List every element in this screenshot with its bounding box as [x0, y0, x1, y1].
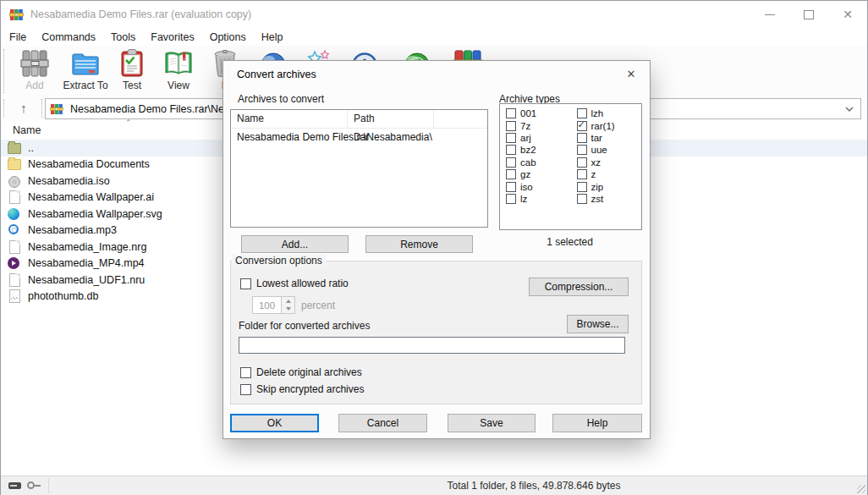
folder-input[interactable]	[239, 337, 625, 354]
type-item-lz[interactable]: lz	[500, 193, 571, 205]
menu-options[interactable]: Options	[202, 30, 254, 45]
checkbox[interactable]	[577, 108, 587, 118]
view-button[interactable]: View	[155, 48, 202, 94]
checkbox[interactable]	[506, 121, 516, 131]
add-button[interactable]: Add	[11, 48, 58, 94]
menu-commands[interactable]: Commands	[34, 30, 103, 45]
archive-row[interactable]: Nesabamedia Demo Files.rar D:\Nesabamedi…	[231, 129, 487, 145]
dialog-close-icon[interactable]: ✕	[614, 62, 648, 85]
type-item-zip[interactable]: zip	[571, 180, 642, 192]
add-button-label: Add	[25, 80, 43, 91]
drive-icon[interactable]	[8, 482, 21, 489]
spinner-buttons[interactable]	[282, 296, 295, 314]
toolbar-gripper	[3, 49, 4, 93]
archive-types-list[interactable]: 001 7z arj bz2 cab gz iso lz lzh rar(1) …	[499, 103, 642, 230]
checkbox[interactable]	[240, 367, 251, 378]
address-path: Nesabamedia Demo Files.rar\Nesa	[70, 103, 235, 115]
extract-folder-icon	[70, 48, 101, 79]
maximize-button[interactable]	[789, 1, 828, 28]
ratio-value[interactable]: 100	[252, 296, 282, 314]
save-button[interactable]: Save	[448, 414, 536, 432]
compression-button[interactable]: Compression...	[529, 278, 629, 296]
type-item-uue[interactable]: uue	[571, 144, 642, 156]
checkbox[interactable]	[506, 157, 516, 168]
type-item-zst[interactable]: zst	[571, 193, 642, 205]
test-button-label: Test	[123, 80, 141, 91]
type-item-lzh[interactable]: lzh	[571, 107, 642, 119]
checkbox[interactable]	[577, 194, 587, 204]
menu-bar: File Commands Tools Favorites Options He…	[1, 28, 867, 46]
database-icon	[8, 289, 22, 303]
lowest-ratio-checkbox[interactable]: Lowest allowed ratio	[240, 278, 349, 289]
menu-favorites[interactable]: Favorites	[143, 30, 201, 45]
winrar-books-icon	[9, 8, 24, 21]
resize-grip[interactable]	[857, 485, 865, 493]
archives-col-name[interactable]: Name	[231, 110, 348, 128]
checkbox[interactable]	[506, 182, 516, 192]
ok-button[interactable]: OK	[230, 414, 319, 432]
help-button[interactable]: Help	[552, 414, 642, 432]
dialog-remove-button[interactable]: Remove	[365, 235, 473, 253]
dialog-add-button[interactable]: Add...	[241, 235, 349, 253]
type-item-gz[interactable]: gz	[500, 168, 571, 180]
type-item-tar[interactable]: tar	[571, 132, 642, 144]
folder-for-converted-label: Folder for converted archives	[239, 320, 370, 332]
checkbox[interactable]	[577, 157, 587, 168]
checkbox[interactable]	[577, 169, 587, 179]
skip-encrypted-checkbox[interactable]: Skip encrypted archives	[240, 383, 364, 395]
file-icon	[8, 190, 22, 204]
extract-to-button[interactable]: Extract To	[58, 48, 113, 94]
checkbox[interactable]	[240, 278, 251, 289]
type-item-rar[interactable]: rar(1)	[571, 119, 642, 131]
checkbox[interactable]	[577, 145, 587, 155]
chevron-down-icon[interactable]	[843, 103, 855, 115]
status-separator	[48, 478, 49, 493]
up-one-level-button[interactable]: ↑	[9, 97, 38, 118]
checkbox[interactable]	[506, 194, 516, 204]
type-item-z[interactable]: z	[571, 168, 642, 180]
test-clipboard-icon	[117, 48, 147, 79]
checkbox[interactable]	[577, 121, 587, 131]
checkbox[interactable]	[506, 108, 516, 118]
file-icon	[8, 273, 22, 287]
archives-list[interactable]: Name Path Nesabamedia Demo Files.rar D:\…	[230, 109, 488, 228]
type-item-cab[interactable]: cab	[500, 157, 571, 168]
menu-file[interactable]: File	[1, 30, 34, 45]
key-icon[interactable]	[27, 481, 35, 489]
type-item-001[interactable]: 001	[500, 107, 571, 119]
view-button-label: View	[168, 80, 190, 91]
checkbox[interactable]	[506, 169, 516, 179]
type-item-arj[interactable]: arj	[500, 132, 571, 144]
spinner-up-icon[interactable]	[282, 297, 294, 305]
menu-help[interactable]: Help	[254, 30, 291, 45]
type-item-bz2[interactable]: bz2	[500, 144, 571, 156]
column-header-name[interactable]: Name	[13, 124, 41, 136]
menu-tools[interactable]: Tools	[103, 30, 143, 45]
status-bar: Total 1 folder, 8 files, 49.878.646 byte…	[1, 476, 867, 495]
checkbox[interactable]	[577, 182, 587, 192]
close-button[interactable]: ✕	[828, 1, 867, 28]
cancel-button[interactable]: Cancel	[338, 414, 427, 432]
browser-icon	[8, 207, 22, 221]
archives-col-path[interactable]: Path	[348, 110, 434, 128]
status-total: Total 1 folder, 8 files, 49.878.646 byte…	[219, 480, 849, 492]
checkbox[interactable]	[506, 133, 516, 143]
type-item-xz[interactable]: xz	[571, 157, 642, 168]
ratio-spinner[interactable]: 100	[252, 296, 295, 314]
percent-label: percent	[301, 300, 335, 311]
sort-ascending-icon: ⌃	[125, 118, 132, 127]
type-item-7z[interactable]: 7z	[500, 119, 571, 131]
audio-icon	[8, 223, 22, 237]
spinner-down-icon[interactable]	[282, 305, 294, 314]
minimize-button[interactable]: —	[750, 1, 789, 28]
browse-button[interactable]: Browse...	[567, 315, 629, 333]
folder-up-icon	[8, 141, 22, 155]
test-button[interactable]: Test	[108, 48, 156, 94]
type-item-iso[interactable]: iso	[500, 180, 571, 192]
checkbox[interactable]	[577, 133, 587, 143]
checkbox[interactable]	[240, 384, 251, 395]
conversion-options-label: Conversion options	[232, 255, 326, 267]
checkbox[interactable]	[506, 145, 516, 155]
delete-original-checkbox[interactable]: Delete original archives	[240, 366, 362, 378]
title-bar: Nesabamedia Demo Files.rar (evaluation c…	[1, 1, 867, 28]
